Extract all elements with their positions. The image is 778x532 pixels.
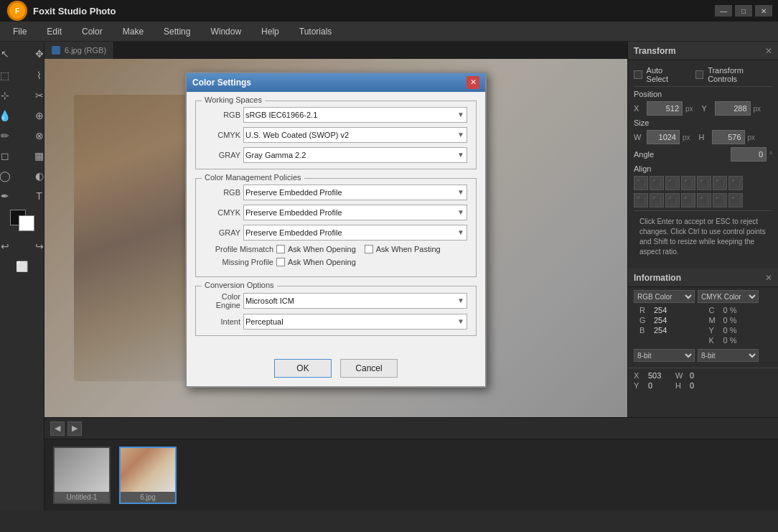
close-button[interactable]: ✕ (755, 5, 772, 17)
policy-cmyk-select[interactable]: Preserve Embedded Profile (243, 205, 467, 220)
angle-input[interactable] (731, 147, 767, 162)
ask-when-pasting-checkbox[interactable] (365, 245, 373, 253)
info-panel-close[interactable]: ✕ (765, 273, 772, 283)
separator-2 (634, 210, 772, 211)
strip-btn-2[interactable]: ▶ (67, 421, 82, 436)
cmyk-select[interactable]: U.S. Web Coated (SWOP) v2 (243, 127, 467, 143)
menu-setting[interactable]: Setting (154, 24, 200, 39)
dialog-title: Color Settings (192, 78, 251, 88)
menu-edit[interactable]: Edit (37, 24, 72, 39)
tool-frame[interactable]: ⬜ (6, 257, 39, 276)
menu-help[interactable]: Help (251, 24, 289, 39)
ok-button[interactable]: OK (274, 359, 332, 378)
tool-blur[interactable]: ◯ (0, 167, 22, 185)
tool-arrow[interactable]: ↖ (0, 45, 22, 63)
strip-btn-1[interactable]: ◀ (50, 421, 65, 436)
dialog-close-button[interactable]: ✕ (467, 76, 479, 89)
m-label: M (709, 316, 721, 325)
tool-eraser[interactable]: ◻ (0, 146, 22, 165)
tool-crop[interactable]: ⊹ (0, 86, 22, 105)
align-extra-3[interactable]: ⬛ (665, 193, 680, 207)
menu-color[interactable]: Color (72, 24, 113, 39)
color-swatches[interactable] (10, 210, 34, 231)
bit-depth-row: 8-bit 8-bit (628, 346, 778, 365)
size-w-input[interactable] (647, 130, 680, 144)
x-coord-item: X 503 (634, 371, 670, 380)
m-value: 0 % (723, 316, 737, 325)
menu-file[interactable]: File (3, 24, 37, 39)
menu-make[interactable]: Make (113, 24, 154, 39)
intent-select[interactable]: Perceptual (243, 314, 467, 330)
align-row-1: ⬛ ⬛ ⬛ ⬛ ⬛ ⬛ ⬛ (634, 176, 772, 190)
auto-select-checkbox[interactable] (634, 70, 642, 79)
tool-brush[interactable]: ✏ (0, 126, 22, 145)
align-dist-h[interactable]: ⬛ (728, 176, 743, 190)
profile-mismatch-row: Profile Mismatch Ask When Opening Ask Wh… (205, 245, 467, 253)
m-row: M 0 % (703, 316, 773, 325)
color-engine-select[interactable]: Microsoft ICM (243, 293, 467, 309)
tool-undo[interactable]: ↩ (0, 237, 22, 256)
rgb-color-select[interactable]: RGB Color (634, 290, 695, 303)
align-center-v[interactable]: ⬛ (697, 176, 711, 190)
angle-group: Angle ° (634, 147, 772, 162)
wh-coord-row: Y 0 H 0 (628, 381, 778, 390)
ask-when-opening-label: Ask When Opening (288, 245, 356, 253)
maximize-button[interactable]: □ (735, 5, 752, 17)
menu-window[interactable]: Window (200, 24, 251, 39)
missing-profile-row: Missing Profile Ask When Opening (205, 258, 467, 266)
menu-tutorials[interactable]: Tutorials (289, 24, 342, 39)
bit-depth-2-select[interactable]: 8-bit (698, 349, 759, 362)
minimize-button[interactable]: — (715, 5, 732, 17)
w-coord-label: W (634, 133, 644, 141)
cmyk-color-select[interactable]: CMYK Color (698, 290, 759, 303)
intent-row: Intent Perceptual ▼ (205, 314, 467, 330)
align-top[interactable]: ⬛ (681, 176, 695, 190)
gray-label: GRAY (205, 151, 240, 159)
tool-select[interactable]: ⬚ (0, 66, 22, 85)
position-y-input[interactable] (715, 101, 751, 116)
tool-eyedrop[interactable]: 💧 (0, 106, 22, 125)
background-color[interactable] (19, 215, 34, 231)
align-extra-1[interactable]: ⬛ (634, 193, 648, 207)
policy-cmyk-label: CMYK (205, 208, 240, 217)
transform-panel-close[interactable]: ✕ (765, 46, 772, 56)
titlebar-controls: — □ ✕ (715, 5, 772, 17)
app-logo: F (6, 1, 29, 21)
policy-cmyk-row: CMYK Preserve Embedded Profile ▼ (205, 205, 467, 220)
transform-controls-checkbox[interactable] (695, 70, 704, 79)
policy-gray-select[interactable]: Preserve Embedded Profile (243, 225, 467, 241)
thumbnail-untitled[interactable]: Untitled-1 (53, 447, 111, 504)
gray-select[interactable]: Gray Gamma 2.2 (243, 147, 467, 163)
info-panel-title: Information (634, 273, 681, 283)
align-extra-6[interactable]: ⬛ (713, 193, 727, 207)
b-row: B 254 (634, 326, 703, 335)
cancel-button[interactable]: Cancel (340, 359, 398, 378)
policy-rgb-select[interactable]: Preserve Embedded Profile (243, 185, 467, 200)
position-x-input[interactable] (647, 101, 683, 116)
policy-rgb-row: RGB Preserve Embedded Profile ▼ (205, 185, 467, 200)
svg-text:F: F (15, 7, 19, 15)
missing-ask-when-opening-label: Ask When Opening (288, 258, 356, 266)
thumb-img-photo (121, 448, 175, 492)
align-center-h[interactable]: ⬛ (650, 176, 664, 190)
thumbnail-photo[interactable]: 6.jpg (119, 447, 177, 504)
align-extra-7[interactable]: ⬛ (728, 193, 743, 207)
auto-select-row: Auto Select Transform Controls (634, 66, 772, 83)
size-h-input[interactable] (712, 130, 745, 144)
policy-cmyk-select-wrapper: Preserve Embedded Profile ▼ (243, 205, 467, 220)
align-extra-4[interactable]: ⬛ (681, 193, 695, 207)
align-label-row: Align (634, 164, 772, 173)
g-label: G (639, 316, 651, 325)
tool-pen[interactable]: ✒ (0, 187, 22, 205)
align-bottom[interactable]: ⬛ (713, 176, 727, 190)
titlebar-left: F Foxit Studio Photo (6, 1, 116, 21)
rgb-select-wrapper: sRGB IEC61966-2.1 ▼ (243, 107, 467, 123)
missing-ask-when-opening-checkbox[interactable] (276, 258, 285, 266)
bit-depth-1-select[interactable]: 8-bit (634, 349, 695, 362)
align-extra-2[interactable]: ⬛ (650, 193, 664, 207)
align-right[interactable]: ⬛ (665, 176, 680, 190)
ask-when-opening-checkbox[interactable] (276, 245, 285, 253)
align-left[interactable]: ⬛ (634, 176, 648, 190)
align-extra-5[interactable]: ⬛ (697, 193, 711, 207)
rgb-select[interactable]: sRGB IEC61966-2.1 (243, 107, 467, 123)
